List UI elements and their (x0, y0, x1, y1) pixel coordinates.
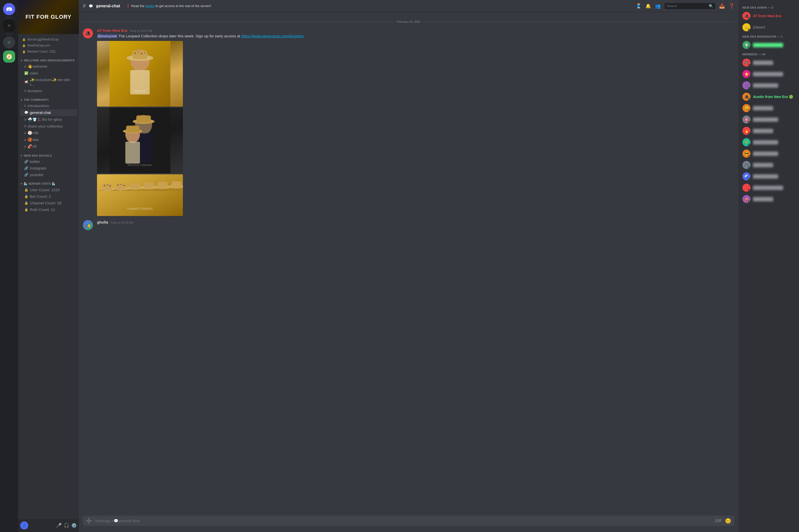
member-mod-1[interactable]: 🛡️ ████████████ (740, 39, 797, 51)
server-divider (5, 17, 13, 18)
member-edward[interactable]: 😊 Edward (740, 22, 797, 33)
channel-rules[interactable]: ✅ rules (20, 70, 77, 76)
inbox-icon[interactable]: 📥 (719, 3, 725, 9)
category-socials[interactable]: ▼ NEW ERA SOCIALS (18, 150, 79, 158)
avatar-at[interactable]: 🎩 (83, 28, 93, 38)
channel-collection[interactable]: # share-your-collection (20, 123, 77, 129)
reply-icon[interactable]: ↩ (714, 30, 719, 35)
rules-icon: ✅ (24, 71, 28, 75)
stat-channel-label: Channel Count: 28 (30, 201, 75, 205)
message-input[interactable] (95, 516, 712, 526)
status-dot-6 (748, 121, 750, 124)
message-author-at[interactable]: AT from New Era (97, 28, 127, 33)
hat-photo-1: New Era (97, 41, 183, 107)
search-bar[interactable]: 🔍 (665, 3, 715, 9)
channel-label-fits: 🌧️👕🎩fits-for-glory (27, 117, 75, 122)
member-8[interactable]: 💚 ██████████ (740, 137, 797, 148)
channel-welcome[interactable]: # 👋welcome (20, 63, 77, 70)
lock-icon: 🔒 (22, 38, 26, 41)
member-6[interactable]: 🎯 ██████████ (740, 114, 797, 125)
member-7[interactable]: 🔥 ████████ (740, 125, 797, 136)
status-dot-mod (748, 46, 750, 49)
status-dot-9 (748, 155, 750, 158)
channel-youtube[interactable]: 🔗 youtube (20, 172, 77, 178)
message-input-bar[interactable]: ➕ GIF 😊 (83, 516, 734, 526)
add-server-button[interactable]: + (3, 36, 15, 49)
chevron-icon: ▼ (20, 59, 23, 62)
members-icon[interactable]: 👥 (655, 3, 661, 9)
megaphone-icon: 📢 (24, 80, 28, 84)
channel-nfl[interactable]: # 🏈nfl (20, 143, 77, 150)
category-community[interactable]: ▼ THE COMMUNITY (18, 94, 79, 102)
sidebar-info-members: 🔒 Member Count: 1321 (18, 49, 79, 54)
channel-boosters[interactable]: # boosters (20, 88, 77, 94)
stat-bot-label: Bot Count: 2 (30, 194, 75, 198)
member-at[interactable]: 🎩 AT from New Era (740, 11, 797, 21)
member-name-edward: Edward (753, 25, 765, 29)
category-stats[interactable]: ▼ 🏪 SERVER STATS 🏪 (18, 178, 79, 186)
chat-icon: 💬 (24, 111, 28, 114)
avatar-gholla[interactable]: 🎭 (83, 220, 93, 230)
member-avatar-austin: 🎩 (742, 93, 750, 101)
help-icon[interactable]: ❓ (729, 3, 734, 9)
channel-fits[interactable]: # 🌧️👕🎩fits-for-glory (20, 116, 77, 123)
member-2[interactable]: ⭐ ████████████ (740, 69, 797, 80)
discord-home-icon[interactable] (3, 3, 15, 15)
channel-label-nfl: 🏈nfl (27, 144, 75, 149)
member-austin[interactable]: 🎩 Austin from New Era 🟢 (740, 91, 797, 102)
channel-twitter[interactable]: 🔗 twitter (20, 158, 77, 165)
discover-server-icon[interactable]: 🧭 (3, 51, 15, 63)
member-11[interactable]: 🌊 ██████████ (740, 171, 797, 182)
channel-label-rules: rules (30, 71, 75, 75)
gif-icon[interactable]: GIF (715, 519, 722, 523)
link-icon[interactable]: 🔗 (720, 30, 726, 35)
threads-icon[interactable]: 🧵 (636, 3, 641, 9)
channel-instagram[interactable]: 🔗 instagram (20, 165, 77, 171)
member-13[interactable]: 🎪 ████████ (740, 193, 797, 205)
server-banner[interactable]: FIT FOR GLORY (18, 0, 79, 34)
search-input[interactable] (667, 4, 707, 8)
member-3[interactable]: 🎵 ██████████ (740, 80, 797, 91)
svg-rect-41 (172, 182, 182, 188)
channel-exclusives[interactable]: 📢 ✨exclusives✨nec-dot-c... (20, 77, 77, 88)
message-text-1: @everyone The Leopard Collection drops l… (97, 34, 734, 39)
server-icon-new-era[interactable]: 🎩 (3, 20, 15, 32)
mute-button[interactable]: 🎤 (56, 522, 62, 528)
status-dot-8 (748, 144, 750, 146)
hash-icon-fits: # (24, 118, 26, 121)
category-welcome[interactable]: ▼ WELCOME AND ANNOUNCEMENTS (18, 55, 79, 63)
server-divider-2 (5, 34, 13, 34)
message-author-gholla[interactable]: gholla (97, 220, 108, 224)
member-9[interactable]: 😎 ██████████ (740, 148, 797, 159)
member-12[interactable]: ❤️ ████████████ (740, 182, 797, 193)
channel-hash-icon: # (83, 3, 85, 9)
notification-icon[interactable]: 🔔 (645, 3, 651, 9)
collection-link[interactable]: https://www.neweracap.com/kingdom (241, 34, 304, 38)
status-dot-13 (748, 201, 750, 203)
member-avatar-at: 🎩 (742, 12, 750, 20)
lock-icon-2: 🔒 (22, 44, 26, 47)
add-attachment-icon[interactable]: ➕ (86, 518, 92, 524)
deafen-button[interactable]: 🎧 (64, 522, 69, 528)
sidebar-info-website: 🔒 NewEraCap.com (18, 43, 79, 48)
channel-label-youtube: youtube (30, 173, 75, 177)
member-1[interactable]: 🎮 ████████ (740, 57, 797, 68)
rules-link[interactable]: #rules (146, 4, 154, 8)
channel-mlb[interactable]: # ⚾mlb (20, 130, 77, 136)
member-avatar-mod: 🛡️ (742, 41, 750, 49)
member-5[interactable]: 😄 ████████ (740, 102, 797, 114)
stat-user-count: 🔒 User Count: 1319 (20, 187, 77, 193)
channel-general-chat[interactable]: 💬 general-chat 👤+ (20, 109, 77, 116)
member-avatar-9: 😎 (742, 150, 750, 158)
more-icon[interactable]: ⋯ (727, 30, 733, 35)
hash-icon-intro: # (24, 104, 26, 108)
channel-introductions[interactable]: # introductions (20, 102, 77, 109)
member-avatar-6: 🎯 (742, 115, 750, 124)
link-icon-instagram: 🔗 (24, 166, 28, 170)
emoji-icon[interactable]: 😊 (725, 518, 731, 524)
member-name-1: ████████ (753, 61, 773, 65)
channel-nba[interactable]: # 🏀nba (20, 136, 77, 143)
settings-button[interactable]: ⚙️ (71, 522, 77, 528)
hash-icon: # (24, 65, 26, 69)
member-10[interactable]: 🎮 ████████ (740, 159, 797, 171)
